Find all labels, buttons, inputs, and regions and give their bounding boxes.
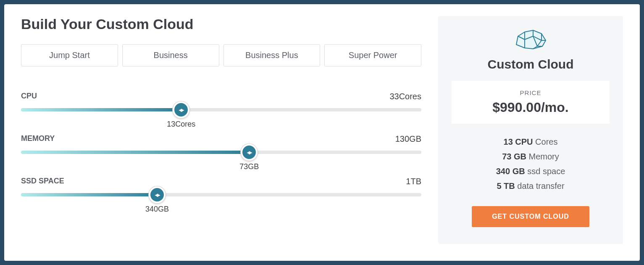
ssd-slider-fill: [21, 193, 157, 196]
memory-label: MEMORY: [21, 134, 55, 144]
memory-slider-track[interactable]: ◂▸ 73GB: [21, 151, 421, 154]
summary-title: Custom Cloud: [452, 57, 610, 72]
pricing-card: Build Your Custom Cloud Jump Start Busin…: [4, 4, 640, 261]
spec-cpu-unit: Cores: [533, 137, 558, 146]
cloud-icon: [512, 28, 549, 50]
spec-cpu: 13 CPU Cores: [452, 135, 610, 149]
cpu-slider-group: CPU 33Cores ◂▸ 13Cores: [21, 92, 421, 111]
price-value: $990.00/mo.: [460, 100, 601, 115]
spec-memory-value: 73 GB: [502, 152, 526, 161]
tab-jump-start[interactable]: Jump Start: [21, 44, 118, 66]
spec-memory-unit: Memory: [526, 152, 559, 161]
spec-memory: 73 GB Memory: [452, 149, 610, 164]
spec-data: 5 TB data transfer: [452, 179, 610, 193]
memory-max: 130GB: [395, 134, 421, 144]
get-custom-cloud-button[interactable]: GET CUSTOM CLOUD: [472, 206, 589, 227]
memory-slider-handle[interactable]: ◂▸: [241, 144, 258, 161]
tab-business-plus[interactable]: Business Plus: [223, 44, 321, 66]
cpu-slider-track[interactable]: ◂▸ 13Cores: [21, 108, 421, 111]
spec-list: 13 CPU Cores 73 GB Memory 340 GB ssd spa…: [452, 135, 610, 193]
spec-ssd-value: 340 GB: [496, 167, 525, 176]
spec-ssd: 340 GB ssd space: [452, 164, 610, 179]
spec-data-unit: data transfer: [515, 181, 565, 191]
preset-tabs: Jump Start Business Business Plus Super …: [21, 44, 421, 66]
drag-icon: ◂▸: [247, 149, 251, 156]
memory-value: 73GB: [239, 162, 259, 171]
tab-super-power[interactable]: Super Power: [324, 44, 421, 66]
drag-icon: ◂▸: [179, 106, 183, 113]
summary-panel: Custom Cloud PRICE $990.00/mo. 13 CPU Co…: [438, 16, 623, 244]
memory-slider-fill: [21, 151, 249, 154]
ssd-max: 1TB: [406, 177, 421, 186]
spec-ssd-unit: ssd space: [525, 167, 565, 176]
ssd-slider-group: SSD SPACE 1TB ◂▸ 340GB: [21, 177, 421, 196]
cpu-slider-fill: [21, 108, 181, 111]
cpu-value: 13Cores: [167, 120, 195, 129]
price-box: PRICE $990.00/mo.: [452, 81, 610, 124]
ssd-label: SSD SPACE: [21, 177, 64, 186]
cpu-max: 33Cores: [389, 92, 421, 101]
ssd-slider-handle[interactable]: ◂▸: [149, 186, 166, 203]
configurator-panel: Build Your Custom Cloud Jump Start Busin…: [21, 16, 421, 244]
price-label: PRICE: [460, 89, 601, 96]
spec-data-value: 5 TB: [497, 181, 515, 191]
page-title: Build Your Custom Cloud: [21, 16, 421, 32]
ssd-value: 340GB: [145, 205, 169, 214]
drag-icon: ◂▸: [155, 191, 159, 198]
tab-business[interactable]: Business: [122, 44, 219, 66]
memory-slider-group: MEMORY 130GB ◂▸ 73GB: [21, 134, 421, 154]
spec-cpu-value: 13 CPU: [504, 137, 533, 146]
cpu-label: CPU: [21, 92, 37, 101]
ssd-slider-track[interactable]: ◂▸ 340GB: [21, 193, 421, 196]
cpu-slider-handle[interactable]: ◂▸: [173, 101, 189, 118]
